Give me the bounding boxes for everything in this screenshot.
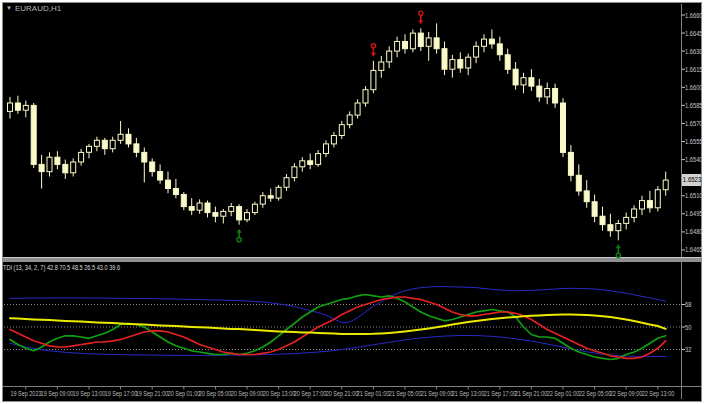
price-axis-label: 1.6600 [685, 83, 703, 92]
time-axis-label: 21 Sep 09:00 [420, 389, 452, 398]
price-axis-label: 1.6585 [685, 101, 703, 110]
time-axis-label: 22 Sep 01:00 [547, 389, 579, 398]
time-axis-label: 21 Sep 21:00 [515, 389, 547, 398]
tdi-level-label: 32 [685, 345, 703, 354]
time-axis-label: 19 Sep 17:00 [104, 389, 136, 398]
price-axis-label: 1.6630 [685, 47, 703, 56]
time-axis-label: 22 Sep 05:00 [578, 389, 610, 398]
main-chart-panel[interactable] [4, 4, 681, 258]
time-axis-label: 19 Sep 09:00 [41, 389, 73, 398]
time-axis-label: 22 Sep 13:00 [642, 389, 674, 398]
price-axis-label: 1.6540 [685, 155, 703, 164]
tdi-indicator-label: TDI (13, 34, 2, 7) 42.8 70.5 48.5 26.5 4… [3, 264, 120, 271]
tdi-indicator-panel[interactable] [4, 263, 681, 386]
price-axis-label: 1.6660 [685, 11, 703, 20]
price-axis-label: 1.6570 [685, 119, 703, 128]
time-axis-label: 19 Sep 13:00 [73, 389, 105, 398]
time-axis-label: 19 Sep 2023 [10, 389, 41, 398]
panel-resize-separator[interactable] [3, 257, 701, 263]
symbol-text: EURAUD,H1 [15, 4, 61, 13]
time-axis-label: 20 Sep 17:00 [294, 389, 326, 398]
time-axis-label: 20 Sep 09:00 [231, 389, 263, 398]
price-axis-label: 1.6480 [685, 227, 703, 236]
time-axis-label: 22 Sep 09:00 [610, 389, 642, 398]
time-axis-label: 20 Sep 13:00 [262, 389, 294, 398]
price-axis-label: 1.6495 [685, 209, 703, 218]
time-axis-label: 20 Sep 21:00 [326, 389, 358, 398]
triangle-down-icon: ▼ [6, 5, 12, 11]
tdi-level-label: 50 [685, 323, 703, 332]
symbol-timeframe-label: ▼EURAUD,H1 [6, 4, 61, 13]
price-axis-label: 1.6465 [685, 245, 703, 254]
price-axis-label: 1.6615 [685, 65, 703, 74]
time-axis-label: 21 Sep 13:00 [452, 389, 484, 398]
time-axis-label: 21 Sep 01:00 [357, 389, 389, 398]
price-axis-label: 1.6555 [685, 137, 703, 146]
tdi-level-label: 68 [685, 300, 703, 309]
mt4-chart-window: ▼EURAUD,H1 TDI (13, 34, 2, 7) 42.8 70.5 … [0, 0, 704, 404]
time-axis-label: 20 Sep 01:00 [168, 389, 200, 398]
time-axis-label: 21 Sep 05:00 [389, 389, 421, 398]
time-axis-label: 19 Sep 21:00 [136, 389, 168, 398]
time-axis-label: 21 Sep 17:00 [484, 389, 516, 398]
price-axis-label: 1.6645 [685, 29, 703, 38]
current-price-tag: 1.6523 [682, 174, 701, 186]
price-axis-label: 1.6510 [685, 191, 703, 200]
time-axis-label: 20 Sep 05:00 [199, 389, 231, 398]
